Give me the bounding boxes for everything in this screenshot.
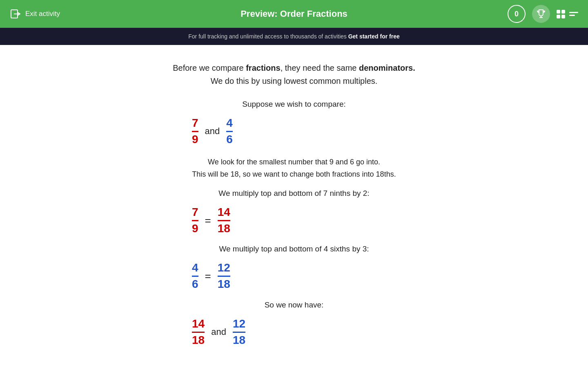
page-title: Preview: Order Fractions: [241, 9, 347, 19]
header: Exit activity Preview: Order Fractions 0: [0, 0, 588, 28]
multiply2-label: We multiply top and bottom of 4 sixths b…: [118, 245, 470, 254]
main-content: Before we compare fractions, they need t…: [110, 45, 478, 368]
fraction-14-18-final: 14 18: [192, 318, 205, 347]
trophy-button[interactable]: [532, 5, 550, 23]
and-text-2: and: [211, 327, 226, 337]
game-menu-icons[interactable]: [557, 10, 578, 18]
fraction-line: [192, 220, 198, 221]
fraction-4-6-b: 4 6: [192, 262, 198, 291]
fraction-line: [233, 332, 245, 333]
fraction-12-18-final: 12 18: [233, 318, 245, 347]
compare-label: Suppose we wish to compare:: [118, 100, 470, 109]
equals-2: =: [205, 270, 211, 283]
explanation-1: We look for the smallest number that 9 a…: [118, 156, 470, 181]
and-text-1: and: [205, 126, 220, 137]
fraction-12-18: 12 18: [218, 262, 230, 291]
menu-lines-icon: [569, 12, 578, 16]
intro-paragraph: Before we compare fractions, they need t…: [118, 61, 470, 88]
score-display: 0: [508, 5, 526, 23]
header-right: 0: [508, 5, 578, 23]
fraction-line: [192, 332, 205, 333]
multiply1-label: We multiply top and bottom of 7 ninths b…: [118, 189, 470, 198]
fraction-line: [192, 131, 198, 132]
banner-text: For full tracking and unlimited access t…: [188, 33, 399, 40]
fraction-line: [192, 276, 198, 277]
fraction-equiv-1: 7 9 = 14 18: [192, 206, 470, 235]
so-now-label: So we now have:: [118, 301, 470, 310]
banner-link[interactable]: Get started for free: [348, 33, 400, 40]
exit-activity-button[interactable]: Exit activity: [10, 8, 60, 20]
fraction-7-9-b: 7 9: [192, 206, 198, 235]
promo-banner: For full tracking and unlimited access t…: [0, 28, 588, 45]
grid-icon: [557, 10, 565, 18]
fraction-4-6: 4 6: [226, 117, 233, 146]
fraction-line: [218, 220, 230, 221]
fraction-display-1: 7 9 and 4 6: [192, 117, 470, 146]
fraction-14-18: 14 18: [218, 206, 230, 235]
fraction-line: [218, 276, 230, 277]
fraction-line: [226, 131, 233, 132]
fraction-equiv-2: 4 6 = 12 18: [192, 262, 470, 291]
fraction-7-9: 7 9: [192, 117, 198, 146]
fraction-final: 14 18 and 12 18: [192, 318, 470, 347]
exit-label: Exit activity: [25, 10, 60, 18]
equals-1: =: [205, 214, 211, 227]
exit-icon: [10, 8, 21, 20]
